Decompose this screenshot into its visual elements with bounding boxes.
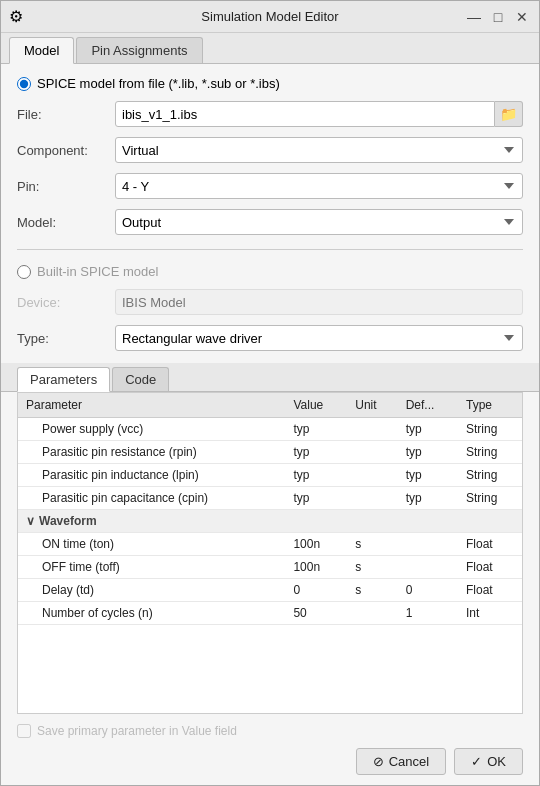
group-row-label: ∨Waveform xyxy=(18,510,522,533)
title-bar: ⚙ Simulation Model Editor — □ ✕ xyxy=(1,1,539,33)
table-cell: Float xyxy=(458,556,522,579)
table-cell: s xyxy=(347,556,397,579)
tab-model[interactable]: Model xyxy=(9,37,74,64)
table-cell: Power supply (vcc) xyxy=(18,418,285,441)
spice-radio[interactable] xyxy=(17,77,31,91)
table-cell: Float xyxy=(458,533,522,556)
table-row[interactable]: Parasitic pin inductance (lpin)typtypStr… xyxy=(18,464,522,487)
save-checkbox xyxy=(17,724,31,738)
table-row[interactable]: Parasitic pin capacitance (cpin)typtypSt… xyxy=(18,487,522,510)
table-row[interactable]: OFF time (toff)100nsFloat xyxy=(18,556,522,579)
table-cell: String xyxy=(458,441,522,464)
file-row: File: 📁 xyxy=(17,101,523,127)
save-checkbox-row: Save primary parameter in Value field xyxy=(17,724,523,738)
table-cell xyxy=(347,464,397,487)
file-input-group: 📁 xyxy=(115,101,523,127)
table-row[interactable]: Delay (td)0s0Float xyxy=(18,579,522,602)
footer-area: Save primary parameter in Value field ⊘ … xyxy=(1,714,539,785)
col-header-parameter: Parameter xyxy=(18,393,285,418)
builtin-radio-label[interactable]: Built-in SPICE model xyxy=(17,264,523,279)
table-row[interactable]: Number of cycles (n)501Int xyxy=(18,602,522,625)
model-select[interactable]: Output xyxy=(115,209,523,235)
table-row[interactable]: ∨Waveform xyxy=(18,510,522,533)
table-cell: Float xyxy=(458,579,522,602)
col-header-default: Def... xyxy=(398,393,458,418)
close-button[interactable]: ✕ xyxy=(513,8,531,26)
component-label: Component: xyxy=(17,143,107,158)
builtin-radio[interactable] xyxy=(17,265,31,279)
type-label: Type: xyxy=(17,331,107,346)
type-select[interactable]: Rectangular wave driver xyxy=(115,325,523,351)
table-row[interactable]: Parasitic pin resistance (rpin)typtypStr… xyxy=(18,441,522,464)
tab-pin-assignments[interactable]: Pin Assignments xyxy=(76,37,202,63)
table-cell: Int xyxy=(458,602,522,625)
parameters-table: Parameter Value Unit Def... Type Power s… xyxy=(18,393,522,625)
table-cell: typ xyxy=(398,418,458,441)
pin-select[interactable]: 4 - Y xyxy=(115,173,523,199)
table-cell: String xyxy=(458,487,522,510)
pin-label: Pin: xyxy=(17,179,107,194)
component-row: Component: Virtual xyxy=(17,137,523,163)
table-cell: 1 xyxy=(398,602,458,625)
table-cell: String xyxy=(458,464,522,487)
table-cell: typ xyxy=(398,487,458,510)
table-row[interactable]: Power supply (vcc)typtypString xyxy=(18,418,522,441)
component-select[interactable]: Virtual xyxy=(115,137,523,163)
col-header-value: Value xyxy=(285,393,347,418)
table-cell xyxy=(347,487,397,510)
separator-1 xyxy=(17,249,523,250)
window-title: Simulation Model Editor xyxy=(201,9,338,24)
type-row: Type: Rectangular wave driver xyxy=(17,325,523,351)
table-header-row: Parameter Value Unit Def... Type xyxy=(18,393,522,418)
table-cell xyxy=(347,441,397,464)
table-cell: s xyxy=(347,533,397,556)
file-input[interactable] xyxy=(115,101,495,127)
builtin-radio-text: Built-in SPICE model xyxy=(37,264,158,279)
maximize-button[interactable]: □ xyxy=(489,8,507,26)
device-row: Device: xyxy=(17,289,523,315)
window-controls: — □ ✕ xyxy=(465,8,531,26)
table-row[interactable]: ON time (ton)100nsFloat xyxy=(18,533,522,556)
spice-radio-text: SPICE model from file (*.lib, *.sub or *… xyxy=(37,76,280,91)
table-cell xyxy=(347,602,397,625)
save-checkbox-label: Save primary parameter in Value field xyxy=(37,724,237,738)
file-label: File: xyxy=(17,107,107,122)
browse-button[interactable]: 📁 xyxy=(495,101,523,127)
button-row: ⊘ Cancel ✓ OK xyxy=(17,748,523,775)
table-cell: s xyxy=(347,579,397,602)
table-cell: 0 xyxy=(285,579,347,602)
cancel-icon: ⊘ xyxy=(373,754,384,769)
main-tabs-bar: Model Pin Assignments xyxy=(1,33,539,64)
main-window: ⚙ Simulation Model Editor — □ ✕ Model Pi… xyxy=(0,0,540,786)
pin-row: Pin: 4 - Y xyxy=(17,173,523,199)
table-cell: Parasitic pin capacitance (cpin) xyxy=(18,487,285,510)
table-cell: OFF time (toff) xyxy=(18,556,285,579)
table-cell: 0 xyxy=(398,579,458,602)
ok-button[interactable]: ✓ OK xyxy=(454,748,523,775)
table-cell: Number of cycles (n) xyxy=(18,602,285,625)
device-input xyxy=(115,289,523,315)
table-cell: typ xyxy=(285,464,347,487)
spice-radio-label[interactable]: SPICE model from file (*.lib, *.sub or *… xyxy=(17,76,523,91)
table-cell: 100n xyxy=(285,533,347,556)
parameters-table-area: Parameter Value Unit Def... Type Power s… xyxy=(17,392,523,714)
table-cell: 100n xyxy=(285,556,347,579)
table-cell: ON time (ton) xyxy=(18,533,285,556)
model-label: Model: xyxy=(17,215,107,230)
table-cell: typ xyxy=(285,487,347,510)
minimize-button[interactable]: — xyxy=(465,8,483,26)
col-header-type: Type xyxy=(458,393,522,418)
cancel-label: Cancel xyxy=(389,754,429,769)
table-cell: Parasitic pin inductance (lpin) xyxy=(18,464,285,487)
table-cell xyxy=(398,533,458,556)
table-cell: 50 xyxy=(285,602,347,625)
table-cell: Parasitic pin resistance (rpin) xyxy=(18,441,285,464)
cancel-button[interactable]: ⊘ Cancel xyxy=(356,748,446,775)
table-cell: Delay (td) xyxy=(18,579,285,602)
table-cell: typ xyxy=(285,418,347,441)
col-header-unit: Unit xyxy=(347,393,397,418)
sub-tab-code[interactable]: Code xyxy=(112,367,169,391)
model-row: Model: Output xyxy=(17,209,523,235)
sub-tabs-bar: Parameters Code xyxy=(1,363,539,392)
sub-tab-parameters[interactable]: Parameters xyxy=(17,367,110,392)
